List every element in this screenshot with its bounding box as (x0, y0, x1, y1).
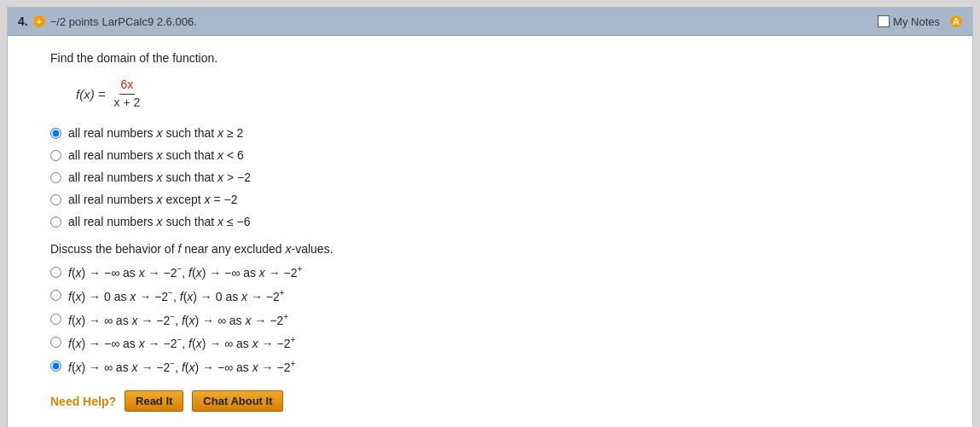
behavior-label-1[interactable]: f(x) → −∞ as x → −2−, f(x) → −∞ as x → −… (68, 264, 302, 280)
read-it-button[interactable]: Read It (125, 390, 183, 412)
option-item: f(x) → 0 as x → −2−, f(x) → 0 as x → −2+ (50, 288, 952, 303)
option-label-5[interactable]: all real numbers x such that x ≤ −6 (68, 215, 251, 228)
behavior-radio-3[interactable] (50, 314, 61, 325)
option-label-2[interactable]: all real numbers x such that x < 6 (68, 148, 244, 162)
option-radio-3[interactable] (50, 172, 61, 183)
option-item: all real numbers x such that x > −2 (50, 170, 952, 184)
behavior-label-3[interactable]: f(x) → ∞ as x → −2−, f(x) → ∞ as x → −2+ (68, 312, 288, 327)
section2-prompt: Discuss the behavior of f near any exclu… (50, 242, 952, 256)
options-group-2: f(x) → −∞ as x → −2−, f(x) → −∞ as x → −… (50, 264, 952, 373)
question-header: 4. + −/2 points LarPCalc9 2.6.006. My No… (8, 8, 972, 36)
points-icon: + (33, 15, 45, 27)
option-item: all real numbers x such that x ≥ 2 (50, 126, 952, 140)
behavior-radio-1[interactable] (50, 267, 61, 278)
problem-id: LarPCalc9 2.6.006. (101, 15, 196, 28)
header-left: 4. + −/2 points LarPCalc9 2.6.006. (18, 14, 197, 28)
notes-icon (878, 15, 890, 27)
fraction: 6x x + 2 (113, 77, 142, 111)
option-item: all real numbers x such that x ≤ −6 (50, 215, 952, 228)
behavior-radio-5[interactable] (50, 361, 61, 372)
option-item: f(x) → ∞ as x → −2−, f(x) → ∞ as x → −2+ (50, 312, 952, 327)
behavior-label-5[interactable]: f(x) → ∞ as x → −2−, f(x) → −∞ as x → −2… (68, 359, 295, 374)
behavior-label-4[interactable]: f(x) → −∞ as x → −2−, f(x) → ∞ as x → −2… (68, 335, 295, 350)
option-item: all real numbers x except x = −2 (50, 193, 952, 206)
denominator: x + 2 (113, 95, 142, 112)
options-group-1: all real numbers x such that x ≥ 2 all r… (50, 126, 952, 228)
my-notes-button[interactable]: My Notes (878, 15, 940, 28)
option-radio-1[interactable] (50, 128, 61, 139)
function-display: f(x) = 6x x + 2 (76, 77, 952, 111)
chat-about-it-button[interactable]: Chat About It (192, 390, 283, 412)
function-name: f(x) = (76, 87, 106, 101)
option-item: f(x) → ∞ as x → −2−, f(x) → −∞ as x → −2… (50, 359, 952, 374)
need-help-label: Need Help? (50, 395, 116, 408)
numerator: 6x (119, 77, 136, 95)
my-notes-label: My Notes (893, 15, 940, 28)
option-item: all real numbers x such that x < 6 (50, 148, 952, 162)
option-label-1[interactable]: all real numbers x such that x ≥ 2 (68, 126, 243, 140)
option-item: f(x) → −∞ as x → −2−, f(x) → ∞ as x → −2… (50, 335, 952, 350)
question-number: 4. (18, 14, 28, 28)
option-radio-2[interactable] (50, 150, 61, 161)
behavior-radio-2[interactable] (50, 290, 61, 301)
points-info: −/2 points LarPCalc9 2.6.006. (50, 15, 197, 28)
question-body: Find the domain of the function. f(x) = … (8, 36, 972, 427)
option-item: f(x) → −∞ as x → −2−, f(x) → −∞ as x → −… (50, 264, 952, 280)
option-label-3[interactable]: all real numbers x such that x > −2 (68, 170, 251, 184)
question-prompt: Find the domain of the function. (50, 51, 952, 65)
ask-icon[interactable]: A (950, 15, 962, 27)
behavior-label-2[interactable]: f(x) → 0 as x → −2−, f(x) → 0 as x → −2+ (68, 288, 285, 303)
option-radio-4[interactable] (50, 194, 61, 205)
header-right: My Notes A (878, 15, 962, 28)
behavior-radio-4[interactable] (50, 337, 61, 348)
option-radio-5[interactable] (50, 216, 61, 228)
points-label: −/2 points (50, 15, 99, 28)
option-label-4[interactable]: all real numbers x except x = −2 (68, 193, 237, 206)
help-section: Need Help? Read It Chat About It (50, 390, 952, 412)
